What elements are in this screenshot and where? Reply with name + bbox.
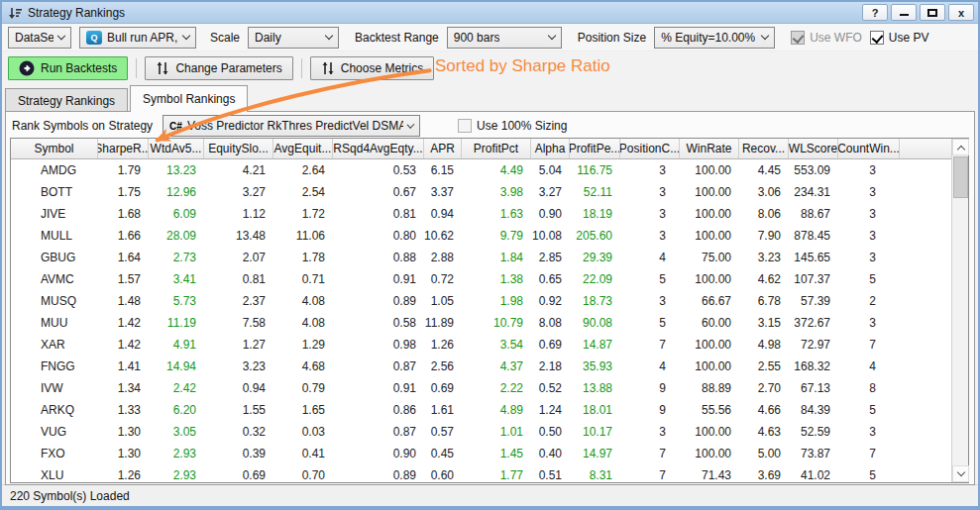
cell: 3 [620, 225, 680, 247]
cell: 7 [838, 334, 900, 356]
cell: 1.78 [273, 247, 333, 268]
vertical-scrollbar[interactable] [951, 139, 968, 482]
table-row[interactable]: BOTT1.7512.963.272.540.673.373.983.2752.… [11, 181, 951, 203]
table-row[interactable]: XLU1.262.930.690.700.890.601.770.518.317… [11, 464, 951, 486]
cell: 5 [838, 464, 900, 486]
cell: 0.91 [333, 268, 424, 290]
table-row[interactable]: MUSQ1.485.732.374.080.891.051.980.9218.7… [11, 290, 951, 312]
cell: 1.79 [98, 159, 149, 181]
scale-dropdown[interactable]: Daily [248, 27, 339, 49]
cell: 0.65 [531, 268, 570, 290]
title-bar[interactable]: Strategy Rankings ? x [2, 2, 978, 24]
column-header-alpha[interactable]: Alpha [531, 139, 570, 158]
backtest-range-dropdown[interactable]: 900 bars [447, 27, 562, 49]
column-header-wtdav5[interactable]: WtdAv5... [149, 139, 204, 158]
cell: 5.00 [739, 443, 789, 464]
cell: 13.23 [149, 159, 204, 181]
table-row[interactable]: JIVE1.686.091.121.720.810.941.630.9018.1… [11, 203, 951, 225]
backtest-range-label: Backtest Range [355, 31, 439, 45]
tab-strategy-rankings[interactable]: Strategy Rankings [5, 88, 128, 112]
cell: 4.68 [273, 356, 333, 377]
table-row[interactable]: GBUG1.642.732.071.780.882.881.842.8529.3… [11, 247, 951, 268]
checkbox-unchecked-icon [458, 119, 472, 133]
maximize-icon [927, 9, 937, 17]
cell: 0.03 [273, 421, 333, 443]
scroll-down-button[interactable] [952, 465, 969, 482]
cell: 100.00 [680, 443, 739, 464]
run-backtests-button[interactable]: Run Backtests [8, 56, 128, 80]
cell: 88.89 [680, 377, 739, 399]
table-row[interactable]: AMDG1.7913.234.212.640.536.154.495.04116… [11, 159, 951, 181]
minimize-icon [900, 13, 909, 16]
cell: 3.69 [739, 464, 789, 486]
column-header-rsqd4avgeqty[interactable]: RSqd4AvgEqty... [333, 139, 424, 158]
column-header-symbol[interactable]: Symbol [11, 139, 98, 158]
position-size-dropdown[interactable]: % Equity=10.00% [654, 27, 775, 49]
cell: 1.26 [424, 334, 462, 356]
run-icon [19, 60, 35, 76]
scrollbar-thumb[interactable] [953, 156, 968, 198]
table-row[interactable]: IVW1.342.420.940.790.910.692.220.5213.88… [11, 377, 951, 399]
dataset-dropdown[interactable]: DataSet [8, 27, 71, 49]
column-header-profitpe[interactable]: ProfitPe... [570, 139, 620, 158]
table-row[interactable]: AVMC1.573.410.810.710.910.721.380.6522.0… [11, 268, 951, 290]
choose-metrics-button[interactable]: Choose Metrics [310, 56, 434, 80]
change-parameters-button[interactable]: Change Parameters [145, 56, 292, 80]
tab-symbol-rankings[interactable]: Symbol Rankings [130, 85, 248, 112]
cell: 4 [620, 247, 680, 268]
table-row[interactable]: MUU1.4211.197.584.080.5811.8910.798.0890… [11, 312, 951, 334]
cell: 7 [620, 334, 680, 356]
scroll-up-button[interactable] [952, 139, 969, 155]
cell: 3 [838, 181, 900, 203]
column-header-equityslo[interactable]: EquitySlo... [204, 139, 273, 158]
column-header-recov[interactable]: Recov... [739, 139, 789, 158]
cell: 0.89 [333, 464, 424, 486]
cell: 9 [620, 399, 680, 421]
cell: 4.63 [739, 421, 789, 443]
cell: 1.98 [462, 290, 531, 312]
column-header-apr[interactable]: APR [424, 139, 462, 158]
cell: 3 [620, 421, 680, 443]
cell: 0.57 [424, 421, 462, 443]
minimize-button[interactable] [891, 4, 917, 21]
cell: 2.64 [273, 159, 333, 181]
table-row[interactable]: XAR1.424.911.271.290.981.263.540.6914.87… [11, 334, 951, 356]
checkbox-checked-icon [870, 31, 884, 45]
cell: 2.93 [149, 443, 204, 464]
table-row[interactable]: ARKQ1.336.201.551.650.861.614.891.2418.0… [11, 399, 951, 421]
help-button[interactable]: ? [862, 4, 888, 21]
strategy-set-label: Bull run APR, [107, 31, 177, 45]
column-header-avgequit[interactable]: AvgEquit... [273, 139, 333, 158]
column-header-profitpct[interactable]: ProfitPct [462, 139, 531, 158]
table-row[interactable]: FXO1.302.930.390.410.900.451.450.4014.97… [11, 443, 951, 464]
close-button[interactable]: x [948, 4, 974, 21]
cell: 2.22 [462, 377, 531, 399]
rank-strategy-dropdown[interactable]: C# Voss Predictor RkThres PredictVel DSM… [163, 115, 420, 137]
cell: 0.39 [204, 443, 273, 464]
table-row[interactable]: MULL1.6628.0913.4811.060.8010.629.7910.0… [11, 225, 951, 247]
cell: 41.02 [789, 464, 838, 486]
cell: 0.80 [333, 225, 424, 247]
change-parameters-label: Change Parameters [175, 61, 281, 75]
table-row[interactable]: FNGG1.4114.943.234.680.872.564.372.1835.… [11, 356, 951, 377]
chevron-down-icon [407, 121, 415, 129]
cell-filler [900, 268, 951, 290]
column-header-positionc[interactable]: PositionC... [620, 139, 680, 158]
cell: 5 [620, 268, 680, 290]
column-header-wlscore[interactable]: WLScore [789, 139, 838, 158]
table-row[interactable]: VUG1.303.050.320.030.870.571.010.5010.17… [11, 421, 951, 443]
chevron-down-icon [325, 32, 333, 40]
column-header-sharper[interactable]: SharpeR... [98, 139, 149, 158]
cell: 60.00 [680, 312, 739, 334]
use-pv-checkbox[interactable]: Use PV [870, 31, 929, 45]
cell: 2.55 [739, 356, 789, 377]
column-header-countwin[interactable]: CountWin... [838, 139, 900, 158]
rank-symbols-label: Rank Symbols on Strategy [12, 119, 153, 133]
cell: 18.19 [570, 203, 620, 225]
column-header-winrate[interactable]: WinRate [680, 139, 739, 158]
cell: 1.61 [424, 399, 462, 421]
cell: 3 [838, 203, 900, 225]
use-100-sizing-checkbox[interactable]: Use 100% Sizing [458, 119, 567, 133]
maximize-button[interactable] [920, 4, 945, 21]
strategy-set-dropdown[interactable]: Q Bull run APR, [79, 27, 196, 49]
